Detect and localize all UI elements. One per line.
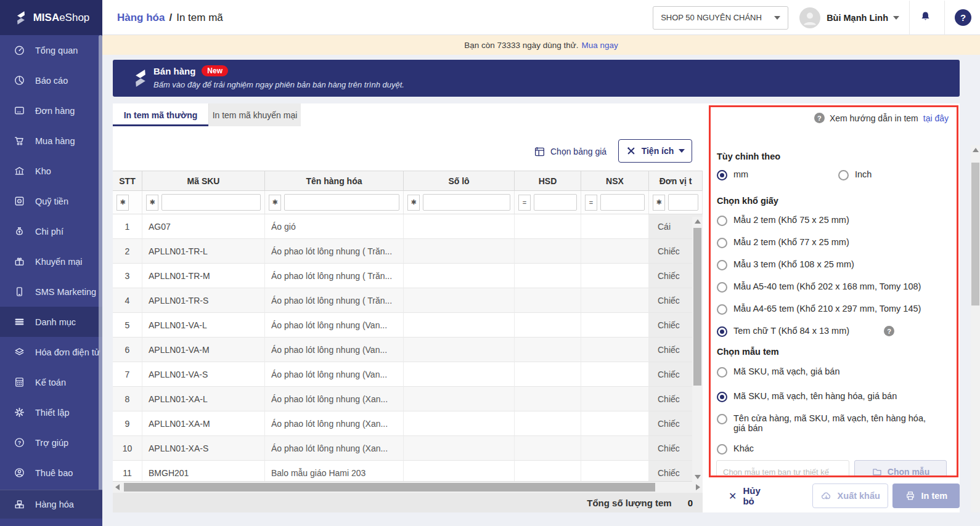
table-horizontal-scrollbar[interactable]: [113, 482, 703, 493]
filter-operator-icon[interactable]: ✱: [653, 195, 665, 211]
custom-template-input[interactable]: [716, 460, 849, 477]
column-header[interactable]: STT: [113, 171, 142, 190]
sidebar-item-mua-hang[interactable]: Mua hàng: [0, 126, 102, 156]
page-scrollbar[interactable]: [971, 145, 980, 512]
scroll-right-arrow-icon[interactable]: [693, 482, 703, 493]
sidebar-item-tong-quan[interactable]: Tổng quan: [0, 35, 102, 65]
filter-input[interactable]: [668, 194, 698, 211]
label-template-option[interactable]: Tên cửa hàng, mã SKU, mã vạch, tên hàng …: [717, 413, 937, 433]
horizontal-scroll-thumb[interactable]: [124, 483, 655, 492]
unit-option[interactable]: Inch: [838, 169, 872, 180]
table-row[interactable]: 1AG07Áo gióCái: [113, 214, 703, 239]
choose-price-list-button[interactable]: $ Chọn bảng giá: [534, 140, 606, 163]
scroll-up-arrow-icon[interactable]: [971, 145, 980, 155]
column-header[interactable]: Tên hàng hóa: [265, 171, 404, 190]
page-scroll-thumb[interactable]: [971, 163, 979, 305]
sidebar-item-label: Kế toán: [35, 378, 66, 387]
tab-in-tem-ma-khuyen-mai[interactable]: In tem mã khuyến mại: [208, 103, 301, 126]
filter-operator-icon[interactable]: ✱: [146, 195, 158, 211]
utilities-button[interactable]: Tiện ích: [618, 139, 692, 163]
scroll-left-arrow-icon[interactable]: [113, 482, 122, 493]
choose-template-button[interactable]: Chọn mẫu: [854, 460, 947, 477]
cancel-button[interactable]: ✕ Hủy bỏ: [729, 485, 774, 506]
table-row[interactable]: 7APLLN01-VA-SÁo phao lót lông nhung (Van…: [113, 362, 703, 387]
sidebar-scrollbar[interactable]: [99, 35, 102, 497]
table-filter-row: ✱✱✱✱==✱: [113, 191, 703, 214]
user-menu[interactable]: Bùi Mạnh Linh: [799, 7, 899, 28]
sidebar-item-don-hang[interactable]: Đơn hàng: [0, 95, 102, 126]
guide-link[interactable]: tại đây: [923, 113, 949, 123]
sidebar-item-danh-muc[interactable]: Danh mục: [0, 307, 102, 337]
help-tooltip-icon[interactable]: ?: [884, 326, 894, 336]
promo-banner[interactable]: Bán hàng New Bấm vào đây để trải nghiệm …: [113, 60, 960, 97]
filter-input[interactable]: [534, 194, 577, 211]
notifications-bell-icon[interactable]: [920, 10, 934, 25]
sidebar-item-ke-toan[interactable]: Kế toán: [0, 367, 102, 397]
filter-cell: ✱: [142, 191, 265, 214]
filter-input[interactable]: [161, 194, 261, 211]
vertical-scroll-thumb[interactable]: [693, 228, 701, 386]
filter-input[interactable]: [600, 194, 645, 211]
print-button[interactable]: In tem: [892, 484, 960, 508]
table-cell: Áo phao lót lông nhung (Xan...: [265, 436, 404, 461]
sidebar-item-thiet-lap[interactable]: Thiết lập: [0, 397, 102, 427]
tab-in-tem-ma-thuong[interactable]: In tem mã thường: [113, 103, 208, 126]
paper-size-option[interactable]: Tem chữ T (Khổ 84 x 13 mm)?: [717, 326, 894, 337]
filter-input[interactable]: [284, 194, 399, 211]
table-row[interactable]: 6APLLN01-VA-MÁo phao lót lông nhung (Van…: [113, 338, 703, 362]
sidebar-item-sms-marketing[interactable]: SMS Marketing: [0, 277, 102, 307]
column-header[interactable]: HSD: [515, 171, 581, 190]
export-button[interactable]: Xuất khẩu: [812, 484, 888, 508]
paper-size-option[interactable]: Mẫu 2 tem (Khổ 75 x 25 mm): [717, 215, 849, 226]
buy-now-link[interactable]: Mua ngay: [582, 41, 618, 50]
label-template-option[interactable]: Mã SKU, mã vạch, tên hàng hóa, giá bán: [717, 391, 897, 402]
column-header[interactable]: Đơn vị t: [649, 171, 703, 190]
breadcrumb-section[interactable]: Hàng hóa: [117, 12, 165, 24]
app-logo[interactable]: MISAeShop: [0, 0, 102, 35]
table-vertical-scrollbar[interactable]: [692, 217, 703, 482]
filter-operator-icon[interactable]: =: [518, 195, 531, 211]
radio-label: Mẫu 2 tem (Khổ 77 x 25 mm): [733, 237, 849, 247]
table-row[interactable]: 2APLLN01-TR-LÁo phao lót lông nhung ( Tr…: [113, 239, 703, 264]
column-header[interactable]: Số lô: [404, 171, 515, 190]
table-row[interactable]: 8APLLN01-XA-LÁo phao lót lông nhung (Xan…: [113, 387, 703, 411]
sidebar-item-hoa-don-dien-tu[interactable]: Hóa đơn điện tử: [0, 337, 102, 367]
sidebar-item-quy-tien[interactable]: Quỹ tiền: [0, 186, 102, 216]
sidebar-item-khuyen-mai[interactable]: Khuyến mại: [0, 246, 102, 277]
radio-icon: [717, 444, 727, 455]
filter-operator-icon[interactable]: ✱: [116, 195, 129, 211]
table-row[interactable]: 11BMGH201Balo mẫu giáo Hami 203Chiếc: [113, 461, 703, 482]
paper-size-option[interactable]: Mẫu 2 tem (Khổ 77 x 25 mm): [717, 237, 849, 248]
table-row[interactable]: 5APLLN01-VA-LÁo phao lót lông nhung (Van…: [113, 313, 703, 338]
sidebar-item-bao-cao[interactable]: Báo cáo: [0, 65, 102, 95]
paper-size-option[interactable]: Mẫu 3 tem (Khổ 108 x 25 mm): [717, 259, 854, 270]
table-row[interactable]: 4APLLN01-TR-SÁo phao lót lông nhung ( Tr…: [113, 288, 703, 313]
label-template-option[interactable]: Khác: [717, 443, 754, 455]
column-header[interactable]: Mã SKU: [142, 171, 265, 190]
filter-input[interactable]: [423, 194, 510, 211]
help-icon[interactable]: ?: [955, 9, 971, 26]
table-row[interactable]: 9APLLN01-XA-MÁo phao lót lông nhung (Xan…: [113, 411, 703, 436]
filter-operator-icon[interactable]: ✱: [407, 195, 420, 211]
sidebar-item-thue-bao[interactable]: Thuê bao: [0, 458, 102, 488]
sidebar-item-tro-giup[interactable]: ?Trợ giúp: [0, 427, 102, 458]
promo-subtitle: Bấm vào đây để trải nghiệm ngay phiên bả…: [153, 80, 404, 89]
unit-option[interactable]: mm: [717, 169, 748, 180]
column-header[interactable]: NSX: [581, 171, 649, 190]
paper-size-option[interactable]: Mẫu A4-65 tem (Khổ 210 x 297 mm, Tomy 14…: [717, 304, 921, 315]
scroll-down-arrow-icon[interactable]: [692, 472, 703, 482]
table-row[interactable]: 10APLLN01-XA-SÁo phao lót lông nhung (Xa…: [113, 436, 703, 461]
label-template-option[interactable]: Mã SKU, mã vạch, giá bán: [717, 366, 839, 378]
shop-selector[interactable]: SHOP 50 NGUYÊN CHÁNH: [653, 6, 788, 30]
filter-operator-icon[interactable]: ✱: [269, 195, 281, 211]
table-cell: [581, 362, 649, 387]
sidebar-item-chi-phi[interactable]: Chi phí: [0, 216, 102, 246]
table-cell: [581, 239, 649, 264]
paper-size-option[interactable]: Mẫu A5-40 tem (Khổ 202 x 168 mm, Tomy 10…: [717, 281, 921, 293]
sidebar-item-kho[interactable]: Kho: [0, 156, 102, 186]
scroll-up-arrow-icon[interactable]: [692, 217, 703, 226]
sidebar-item-hang-hoa[interactable]: Hàng hóa: [0, 490, 102, 519]
help-tooltip-icon[interactable]: ?: [814, 113, 825, 123]
table-row[interactable]: 3APLLN01-TR-MÁo phao lót lông nhung ( Tr…: [113, 264, 703, 288]
filter-operator-icon[interactable]: =: [585, 195, 597, 211]
